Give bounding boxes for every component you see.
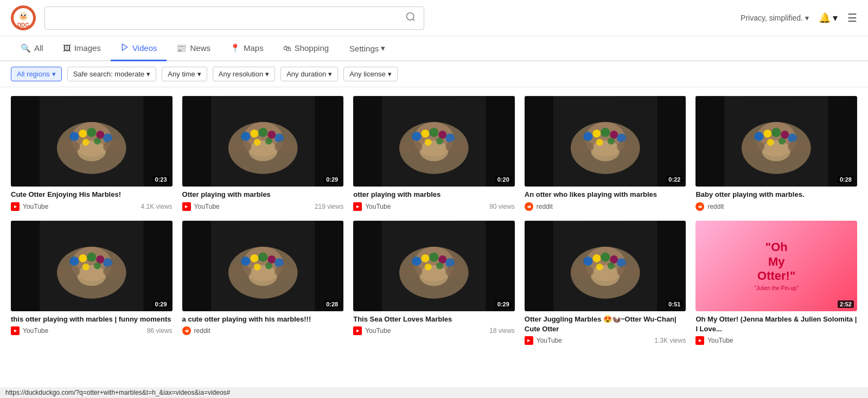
chevron-down-icon-regions: ▾ (52, 70, 56, 78)
video-card[interactable]: 0:29 this otter playing with marbles | f… (11, 221, 173, 345)
logo[interactable]: DDG (11, 5, 36, 30)
video-card[interactable]: 0:28 a cute otter playing with his marbl… (182, 221, 344, 345)
filter-duration[interactable]: Any duration ▾ (280, 67, 338, 81)
filter-time[interactable]: Any time ▾ (162, 67, 207, 81)
source-name: reddit (707, 203, 724, 210)
svg-point-115 (253, 263, 260, 270)
video-card[interactable]: 0:22 An otter who likes playing with mar… (525, 96, 686, 211)
tab-maps[interactable]: 📍 Maps (220, 37, 273, 61)
video-thumbnail[interactable]: 0:28 (182, 221, 344, 311)
video-thumbnail[interactable]: 0:51 (525, 221, 686, 311)
svg-rect-27 (11, 96, 40, 187)
svg-point-66 (610, 131, 618, 139)
video-thumbnail[interactable]: 0:22 (525, 96, 686, 187)
svg-point-143 (601, 252, 610, 261)
svg-point-54 (436, 138, 443, 145)
svg-point-134 (445, 265, 469, 279)
svg-point-129 (438, 255, 446, 264)
svg-rect-28 (143, 96, 172, 187)
reddit-icon (525, 202, 533, 211)
svg-point-20 (87, 128, 96, 137)
video-card[interactable]: 0:23 Cute Otter Enjoying His Marbles! Yo… (11, 96, 173, 211)
svg-rect-89 (828, 96, 857, 187)
maps-icon: 📍 (230, 43, 240, 53)
settings-tab[interactable]: Settings ▾ (349, 37, 385, 60)
video-thumbnail[interactable]: 0:29 (353, 221, 515, 311)
video-thumbnail[interactable]: 0:29 (11, 221, 173, 311)
hamburger-menu[interactable]: ☰ (847, 11, 857, 24)
svg-point-49 (422, 130, 430, 138)
video-duration: 2:52 (838, 300, 854, 308)
svg-point-33 (241, 132, 250, 141)
video-meta: YouTube 219 views (182, 202, 344, 211)
video-card[interactable]: 0:29 This Sea Otter Loves Marbles YouTub… (353, 221, 515, 345)
svg-point-65 (601, 128, 610, 137)
source-name: reddit (537, 203, 553, 210)
svg-point-69 (608, 138, 615, 145)
video-title: Otter playing with marbles (182, 190, 344, 200)
video-duration: 0:23 (153, 176, 169, 183)
video-duration: 0:29 (153, 300, 169, 308)
chevron-down-icon-2: ▾ (833, 12, 838, 24)
video-duration: 0:51 (666, 300, 682, 308)
video-card[interactable]: 0:28 Baby otter playing with marbles. re… (695, 96, 857, 211)
svg-point-126 (412, 256, 422, 266)
video-title: This Sea Otter Loves Marbles (353, 314, 515, 324)
svg-point-53 (425, 139, 432, 146)
video-meta: YouTube 18 views (353, 326, 515, 335)
svg-point-11 (407, 12, 414, 20)
svg-point-64 (592, 130, 601, 138)
video-thumbnail[interactable]: 0:23 (11, 96, 173, 187)
video-card[interactable]: "OhMyOtter!" "Julien the Pin-up" 2:52 Oh… (695, 221, 857, 345)
tab-images[interactable]: 🖼 Images (53, 37, 111, 61)
view-count: 86 views (147, 327, 173, 335)
svg-rect-105 (143, 221, 172, 311)
svg-rect-88 (695, 96, 724, 187)
source-name: YouTube (537, 337, 562, 344)
search-input[interactable]: otter with marbles (53, 13, 405, 23)
video-duration: 0:28 (324, 300, 340, 308)
shopping-icon: 🛍 (283, 43, 291, 53)
svg-point-128 (429, 252, 438, 261)
video-thumbnail[interactable]: 0:20 (353, 96, 515, 187)
tab-all[interactable]: 🔍 All (11, 37, 53, 61)
filter-license[interactable]: Any license ▾ (343, 67, 397, 81)
svg-rect-72 (525, 96, 553, 187)
video-thumbnail[interactable]: 0:29 (182, 96, 344, 187)
youtube-icon (525, 336, 533, 345)
svg-point-34 (250, 130, 258, 138)
svg-point-148 (571, 265, 594, 279)
video-duration: 0:22 (666, 176, 682, 183)
video-thumbnail[interactable]: 0:28 (695, 96, 857, 187)
filter-resolution[interactable]: Any resolution ▾ (213, 67, 275, 81)
svg-point-94 (77, 265, 106, 286)
tab-news[interactable]: 📰 News (167, 37, 220, 61)
svg-point-100 (82, 263, 90, 270)
svg-point-117 (228, 265, 252, 279)
video-meta: YouTube 90 views (353, 202, 515, 211)
svg-rect-57 (353, 96, 382, 187)
video-title: Baby otter playing with marbles. (695, 190, 857, 200)
svg-point-35 (258, 128, 267, 137)
svg-point-9 (21, 16, 26, 19)
filter-regions[interactable]: All regions ▾ (11, 67, 62, 81)
tab-shopping[interactable]: 🛍 Shopping (273, 37, 339, 61)
view-count: 18 views (489, 327, 515, 335)
tab-videos[interactable]: Videos (111, 36, 167, 61)
video-card[interactable]: 0:20 otter playing with marbles YouTube … (353, 96, 515, 211)
video-card[interactable]: 0:51 Otter Juggling Marbles 😍🦦~Otter Wu-… (525, 221, 686, 345)
search-button[interactable] (405, 11, 416, 25)
video-card[interactable]: 0:29 Otter playing with marbles YouTube … (182, 96, 344, 211)
privacy-link[interactable]: Privacy, simplified. ▾ (741, 14, 809, 22)
header-right: Privacy, simplified. ▾ 🔔 ▾ ☰ (741, 11, 857, 24)
filter-safe-search[interactable]: Safe search: moderate ▾ (67, 67, 157, 81)
megaphone-button[interactable]: 🔔 ▾ (819, 12, 838, 24)
video-thumbnail[interactable]: "OhMyOtter!" "Julien the Pin-up" 2:52 (695, 221, 857, 311)
video-meta: YouTube (695, 336, 857, 345)
view-count: 4.1K views (141, 203, 173, 210)
svg-point-140 (591, 265, 620, 286)
video-meta: YouTube 4.1K views (11, 202, 173, 211)
svg-point-50 (429, 128, 438, 137)
youtube-icon (695, 336, 704, 345)
svg-point-38 (253, 139, 260, 146)
